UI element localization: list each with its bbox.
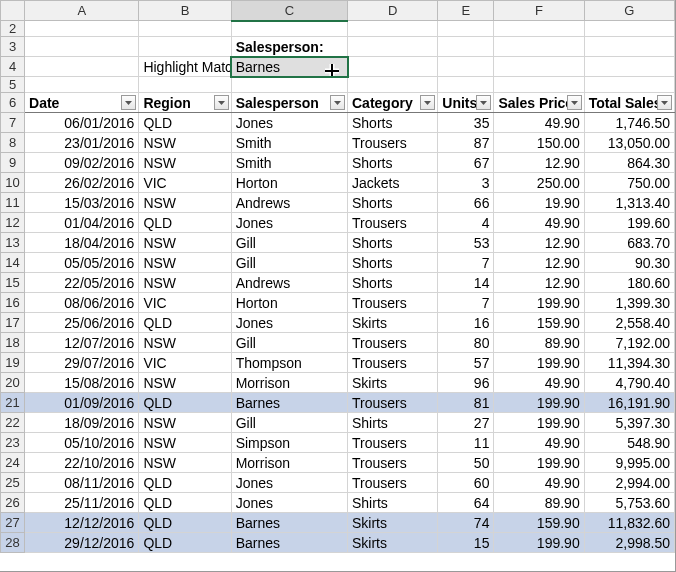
row-header-5[interactable]: 5 bbox=[1, 77, 25, 93]
table-row[interactable]: 706/01/2016QLDJonesShorts3549.901,746.50 bbox=[1, 113, 675, 133]
cell-region[interactable]: VIC bbox=[139, 353, 231, 373]
cell-price[interactable]: 49.90 bbox=[494, 433, 584, 453]
cell-total[interactable]: 199.60 bbox=[584, 213, 674, 233]
header-salesperson[interactable]: Salesperson bbox=[231, 93, 347, 113]
table-row[interactable]: 1929/07/2016VICThompsonTrousers57199.901… bbox=[1, 353, 675, 373]
cell-region[interactable]: NSW bbox=[139, 193, 231, 213]
cell-date[interactable]: 23/01/2016 bbox=[25, 133, 139, 153]
column-header-row[interactable]: A B C D E F G bbox=[1, 1, 675, 21]
table-row[interactable]: 909/02/2016NSWSmithShorts6712.90864.30 bbox=[1, 153, 675, 173]
table-row[interactable]: 1318/04/2016NSWGillShorts5312.90683.70 bbox=[1, 233, 675, 253]
cell-price[interactable]: 250.00 bbox=[494, 173, 584, 193]
row-header-16[interactable]: 16 bbox=[1, 293, 25, 313]
cell-price[interactable]: 12.90 bbox=[494, 233, 584, 253]
cell-price[interactable]: 12.90 bbox=[494, 273, 584, 293]
table-row[interactable]: 2305/10/2016NSWSimpsonTrousers1149.90548… bbox=[1, 433, 675, 453]
cell-region[interactable]: QLD bbox=[139, 473, 231, 493]
cell-date[interactable]: 18/04/2016 bbox=[25, 233, 139, 253]
cell-date[interactable]: 08/06/2016 bbox=[25, 293, 139, 313]
cell-units[interactable]: 27 bbox=[438, 413, 494, 433]
cell-category[interactable]: Shirts bbox=[348, 413, 438, 433]
cell-total[interactable]: 1,313.40 bbox=[584, 193, 674, 213]
cell-units[interactable]: 11 bbox=[438, 433, 494, 453]
header-date[interactable]: Date bbox=[25, 93, 139, 113]
cell-region[interactable]: NSW bbox=[139, 153, 231, 173]
table-row[interactable]: 823/01/2016NSWSmithTrousers87150.0013,05… bbox=[1, 133, 675, 153]
cell-total[interactable]: 16,191.90 bbox=[584, 393, 674, 413]
cell-salesperson[interactable]: Andrews bbox=[231, 193, 347, 213]
filter-button-category[interactable] bbox=[420, 95, 435, 110]
cell-total[interactable]: 548.90 bbox=[584, 433, 674, 453]
col-header-F[interactable]: F bbox=[494, 1, 584, 21]
table-row[interactable]: 2829/12/2016QLDBarnesSkirts15199.902,998… bbox=[1, 533, 675, 553]
cell-units[interactable]: 35 bbox=[438, 113, 494, 133]
cell-price[interactable]: 150.00 bbox=[494, 133, 584, 153]
cell-region[interactable]: NSW bbox=[139, 333, 231, 353]
table-row[interactable]: 1026/02/2016VICHortonJackets3250.00750.0… bbox=[1, 173, 675, 193]
cell-category[interactable]: Shorts bbox=[348, 273, 438, 293]
col-header-D[interactable]: D bbox=[348, 1, 438, 21]
col-header-E[interactable]: E bbox=[438, 1, 494, 21]
header-sales-price[interactable]: Sales Price bbox=[494, 93, 584, 113]
cell-units[interactable]: 74 bbox=[438, 513, 494, 533]
row-header-12[interactable]: 12 bbox=[1, 213, 25, 233]
cell-units[interactable]: 7 bbox=[438, 293, 494, 313]
cell-units[interactable]: 80 bbox=[438, 333, 494, 353]
col-header-C[interactable]: C bbox=[231, 1, 347, 21]
cell-region[interactable]: QLD bbox=[139, 533, 231, 553]
cell-date[interactable]: 29/07/2016 bbox=[25, 353, 139, 373]
cell-salesperson[interactable]: Gill bbox=[231, 413, 347, 433]
cell-price[interactable]: 49.90 bbox=[494, 213, 584, 233]
row-header-27[interactable]: 27 bbox=[1, 513, 25, 533]
filter-button-total-sales[interactable] bbox=[657, 95, 672, 110]
cell-salesperson[interactable]: Barnes bbox=[231, 533, 347, 553]
cell-units[interactable]: 60 bbox=[438, 473, 494, 493]
cell-region[interactable]: NSW bbox=[139, 233, 231, 253]
cell-salesperson[interactable]: Gill bbox=[231, 333, 347, 353]
cell-region[interactable]: NSW bbox=[139, 133, 231, 153]
cell-salesperson[interactable]: Morrison bbox=[231, 453, 347, 473]
row-header-14[interactable]: 14 bbox=[1, 253, 25, 273]
filter-button-date[interactable] bbox=[121, 95, 136, 110]
cell-units[interactable]: 53 bbox=[438, 233, 494, 253]
row-header-13[interactable]: 13 bbox=[1, 233, 25, 253]
cell-units[interactable]: 7 bbox=[438, 253, 494, 273]
cell-price[interactable]: 199.90 bbox=[494, 533, 584, 553]
cell-total[interactable]: 5,397.30 bbox=[584, 413, 674, 433]
cell-category[interactable]: Trousers bbox=[348, 133, 438, 153]
cell-total[interactable]: 13,050.00 bbox=[584, 133, 674, 153]
header-units[interactable]: Units bbox=[438, 93, 494, 113]
cell-date[interactable]: 05/10/2016 bbox=[25, 433, 139, 453]
cell-category[interactable]: Trousers bbox=[348, 353, 438, 373]
cell-price[interactable]: 199.90 bbox=[494, 293, 584, 313]
row-header-23[interactable]: 23 bbox=[1, 433, 25, 453]
cell-date[interactable]: 08/11/2016 bbox=[25, 473, 139, 493]
cell-total[interactable]: 2,998.50 bbox=[584, 533, 674, 553]
cell-total[interactable]: 9,995.00 bbox=[584, 453, 674, 473]
filter-button-units[interactable] bbox=[476, 95, 491, 110]
cell-price[interactable]: 89.90 bbox=[494, 333, 584, 353]
table-row[interactable]: 2712/12/2016QLDBarnesSkirts74159.9011,83… bbox=[1, 513, 675, 533]
cell-A4[interactable] bbox=[25, 57, 139, 77]
cell-salesperson[interactable]: Jones bbox=[231, 213, 347, 233]
cell-price[interactable]: 19.90 bbox=[494, 193, 584, 213]
cell-price[interactable]: 49.90 bbox=[494, 113, 584, 133]
row-header-19[interactable]: 19 bbox=[1, 353, 25, 373]
cell-date[interactable]: 25/11/2016 bbox=[25, 493, 139, 513]
header-total-sales[interactable]: Total Sales bbox=[584, 93, 674, 113]
cell-date[interactable]: 01/04/2016 bbox=[25, 213, 139, 233]
cell-units[interactable]: 67 bbox=[438, 153, 494, 173]
select-all-corner[interactable] bbox=[1, 1, 25, 21]
cell-A3[interactable] bbox=[25, 37, 139, 57]
cell-category[interactable]: Skirts bbox=[348, 373, 438, 393]
row-header-3[interactable]: 3 bbox=[1, 37, 25, 57]
cell-category[interactable]: Trousers bbox=[348, 473, 438, 493]
cell-region[interactable]: NSW bbox=[139, 253, 231, 273]
cell-category[interactable]: Skirts bbox=[348, 513, 438, 533]
cell-category[interactable]: Shirts bbox=[348, 493, 438, 513]
row-header-15[interactable]: 15 bbox=[1, 273, 25, 293]
table-row[interactable]: 1405/05/2016NSWGillShorts712.9090.30 bbox=[1, 253, 675, 273]
col-header-B[interactable]: B bbox=[139, 1, 231, 21]
cell-salesperson[interactable]: Jones bbox=[231, 113, 347, 133]
cell-units[interactable]: 15 bbox=[438, 533, 494, 553]
